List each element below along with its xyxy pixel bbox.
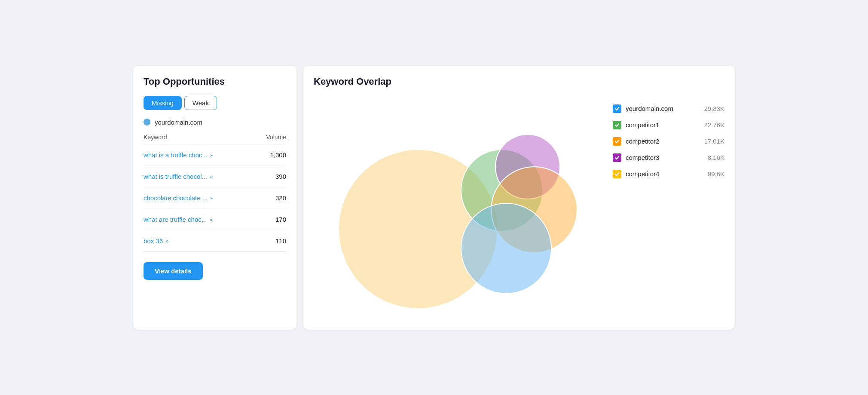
chevron-icon: » — [210, 173, 213, 180]
keyword-link[interactable]: what are truffle choc... » — [144, 216, 213, 223]
legend-name: competitor4 — [626, 170, 697, 178]
col-volume-header: Volume — [266, 134, 286, 141]
legend-item[interactable]: competitor3 8.16K — [613, 153, 724, 162]
keyword-text: what is a truffle choc... — [144, 151, 208, 159]
table-row: what is a truffle choc... » 1,300 — [144, 144, 286, 166]
keyword-table: what is a truffle choc... » 1,300 what i… — [144, 144, 286, 252]
keyword-link[interactable]: what is a truffle choc... » — [144, 151, 213, 159]
check-icon — [614, 122, 620, 128]
legend-checkbox[interactable] — [613, 137, 621, 146]
col-keyword-header: Keyword — [144, 134, 167, 141]
legend-checkbox[interactable] — [613, 153, 621, 162]
tab-missing[interactable]: Missing — [144, 96, 182, 110]
table-header: Keyword Volume — [144, 134, 286, 144]
dashboard: Top Opportunities Missing Weak yourdomai… — [133, 66, 735, 330]
tab-weak[interactable]: Weak — [184, 96, 217, 110]
legend-name: competitor2 — [626, 138, 697, 145]
chevron-icon: » — [210, 195, 213, 201]
table-row: box 36 » 110 — [144, 230, 286, 251]
left-panel-title: Top Opportunities — [144, 76, 286, 87]
check-icon — [614, 139, 620, 144]
keyword-text: what is truffle chocol... — [144, 173, 207, 180]
volume-value: 390 — [275, 173, 286, 180]
legend-checkbox[interactable] — [613, 170, 621, 178]
tab-group: Missing Weak — [144, 96, 286, 110]
table-row: what are truffle choc... » 170 — [144, 209, 286, 230]
keyword-overlap-panel: Keyword Overlap yourdomain.com 29.83K co… — [303, 66, 735, 330]
legend-item[interactable]: competitor2 17.01K — [613, 137, 724, 146]
domain-row: yourdomain.com — [144, 119, 286, 126]
legend-item[interactable]: competitor1 22.76K — [613, 121, 724, 129]
domain-name: yourdomain.com — [155, 119, 202, 126]
legend-checkbox[interactable] — [613, 121, 621, 129]
legend-value: 22.76K — [701, 121, 724, 129]
legend-item[interactable]: competitor4 99.6K — [613, 170, 724, 178]
legend-value: 99.6K — [701, 170, 724, 178]
legend-item[interactable]: yourdomain.com 29.83K — [613, 104, 724, 113]
keyword-text: what are truffle choc... — [144, 216, 207, 223]
legend-checkbox[interactable] — [613, 104, 621, 113]
table-row: chocolate chocolate ... » 320 — [144, 187, 286, 209]
legend-name: competitor1 — [626, 121, 697, 129]
keyword-link[interactable]: chocolate chocolate ... » — [144, 194, 214, 202]
keyword-text: box 36 — [144, 237, 163, 245]
overlap-layout: yourdomain.com 29.83K competitor1 22.76K… — [314, 96, 724, 319]
legend-value: 29.83K — [701, 105, 724, 112]
legend-value: 17.01K — [701, 138, 724, 145]
legend-value: 8.16K — [701, 154, 724, 161]
chevron-icon: » — [209, 216, 212, 223]
volume-value: 110 — [275, 237, 286, 245]
legend-name: competitor3 — [626, 154, 697, 161]
check-icon — [614, 106, 620, 111]
venn-diagram — [314, 96, 604, 319]
legend-name: yourdomain.com — [626, 105, 697, 112]
volume-value: 170 — [275, 216, 286, 223]
keyword-text: chocolate chocolate ... — [144, 194, 208, 202]
venn-circle — [461, 203, 551, 294]
view-details-button[interactable]: View details — [144, 262, 203, 280]
top-opportunities-panel: Top Opportunities Missing Weak yourdomai… — [133, 66, 296, 330]
volume-value: 320 — [275, 194, 286, 202]
check-icon — [614, 155, 620, 160]
chevron-icon: » — [210, 152, 213, 158]
legend-panel: yourdomain.com 29.83K competitor1 22.76K… — [613, 96, 724, 186]
chevron-icon: » — [165, 238, 168, 244]
venn-svg — [334, 96, 584, 319]
domain-dot — [144, 119, 150, 126]
right-panel-title: Keyword Overlap — [314, 76, 724, 87]
table-row: what is truffle chocol... » 390 — [144, 166, 286, 187]
volume-value: 1,300 — [270, 151, 286, 159]
keyword-link[interactable]: what is truffle chocol... » — [144, 173, 213, 180]
check-icon — [614, 171, 620, 177]
keyword-link[interactable]: box 36 » — [144, 237, 168, 245]
